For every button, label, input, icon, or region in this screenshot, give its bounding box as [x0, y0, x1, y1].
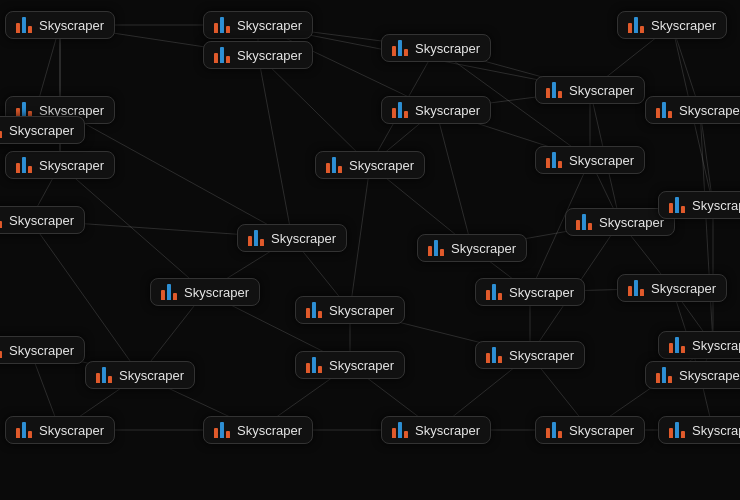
- bar-chart-icon: [306, 357, 324, 373]
- skyscraper-node[interactable]: Skyscraper: [645, 361, 740, 389]
- bar-chart-icon: [392, 40, 410, 56]
- bar-chart-icon: [0, 342, 4, 358]
- node-label: Skyscraper: [39, 18, 104, 33]
- node-label: Skyscraper: [237, 18, 302, 33]
- bar-chart-icon: [0, 122, 4, 138]
- node-label: Skyscraper: [692, 423, 740, 438]
- skyscraper-node[interactable]: Skyscraper: [617, 274, 727, 302]
- bar-chart-icon: [161, 284, 179, 300]
- bar-chart-icon: [546, 152, 564, 168]
- skyscraper-node[interactable]: Skyscraper: [0, 336, 85, 364]
- node-label: Skyscraper: [679, 103, 740, 118]
- node-label: Skyscraper: [692, 338, 740, 353]
- skyscraper-node[interactable]: Skyscraper: [658, 331, 740, 359]
- node-label: Skyscraper: [509, 348, 574, 363]
- skyscraper-node[interactable]: Skyscraper: [5, 151, 115, 179]
- skyscraper-node[interactable]: Skyscraper: [5, 11, 115, 39]
- node-label: Skyscraper: [451, 241, 516, 256]
- bar-chart-icon: [486, 347, 504, 363]
- skyscraper-node[interactable]: Skyscraper: [295, 351, 405, 379]
- bar-chart-icon: [248, 230, 266, 246]
- node-label: Skyscraper: [509, 285, 574, 300]
- bar-chart-icon: [96, 367, 114, 383]
- skyscraper-node[interactable]: Skyscraper: [381, 34, 491, 62]
- bar-chart-icon: [546, 422, 564, 438]
- skyscraper-node[interactable]: Skyscraper: [535, 146, 645, 174]
- node-label: Skyscraper: [679, 368, 740, 383]
- node-label: Skyscraper: [651, 18, 716, 33]
- node-label: Skyscraper: [651, 281, 716, 296]
- bar-chart-icon: [0, 212, 4, 228]
- bar-chart-icon: [656, 367, 674, 383]
- bar-chart-icon: [546, 82, 564, 98]
- skyscraper-node[interactable]: Skyscraper: [203, 41, 313, 69]
- skyscraper-node[interactable]: Skyscraper: [150, 278, 260, 306]
- skyscraper-node[interactable]: Skyscraper: [203, 11, 313, 39]
- bar-chart-icon: [16, 157, 34, 173]
- node-label: Skyscraper: [184, 285, 249, 300]
- node-label: Skyscraper: [39, 423, 104, 438]
- bar-chart-icon: [669, 197, 687, 213]
- skyscraper-node[interactable]: Skyscraper: [237, 224, 347, 252]
- bar-chart-icon: [16, 422, 34, 438]
- node-label: Skyscraper: [329, 358, 394, 373]
- node-label: Skyscraper: [271, 231, 336, 246]
- skyscraper-node[interactable]: Skyscraper: [315, 151, 425, 179]
- node-label: Skyscraper: [9, 343, 74, 358]
- node-label: Skyscraper: [237, 423, 302, 438]
- node-label: Skyscraper: [329, 303, 394, 318]
- node-label: Skyscraper: [599, 215, 664, 230]
- node-label: Skyscraper: [569, 153, 634, 168]
- skyscraper-node[interactable]: Skyscraper: [381, 416, 491, 444]
- bar-chart-icon: [214, 422, 232, 438]
- skyscraper-node[interactable]: Skyscraper: [295, 296, 405, 324]
- node-label: Skyscraper: [119, 368, 184, 383]
- bar-chart-icon: [306, 302, 324, 318]
- bar-chart-icon: [669, 337, 687, 353]
- bar-chart-icon: [326, 157, 344, 173]
- skyscraper-node[interactable]: Skyscraper: [658, 191, 740, 219]
- skyscraper-node[interactable]: Skyscraper: [417, 234, 527, 262]
- skyscraper-node[interactable]: Skyscraper: [617, 11, 727, 39]
- bar-chart-icon: [669, 422, 687, 438]
- bar-chart-icon: [428, 240, 446, 256]
- node-label: Skyscraper: [415, 103, 480, 118]
- node-label: Skyscraper: [237, 48, 302, 63]
- bar-chart-icon: [16, 17, 34, 33]
- node-label: Skyscraper: [9, 123, 74, 138]
- bar-chart-icon: [486, 284, 504, 300]
- node-label: Skyscraper: [349, 158, 414, 173]
- bar-chart-icon: [576, 214, 594, 230]
- node-label: Skyscraper: [415, 41, 480, 56]
- skyscraper-node[interactable]: Skyscraper: [203, 416, 313, 444]
- node-label: Skyscraper: [415, 423, 480, 438]
- skyscraper-node[interactable]: Skyscraper: [535, 76, 645, 104]
- skyscraper-node[interactable]: Skyscraper: [85, 361, 195, 389]
- bar-chart-icon: [214, 17, 232, 33]
- skyscraper-node[interactable]: Skyscraper: [475, 341, 585, 369]
- bar-chart-icon: [628, 17, 646, 33]
- skyscraper-node[interactable]: Skyscraper: [535, 416, 645, 444]
- skyscraper-node[interactable]: Skyscraper: [0, 116, 85, 144]
- bar-chart-icon: [392, 102, 410, 118]
- node-label: Skyscraper: [569, 423, 634, 438]
- skyscraper-node[interactable]: Skyscraper: [5, 416, 115, 444]
- skyscraper-node[interactable]: Skyscraper: [0, 206, 85, 234]
- node-label: Skyscraper: [39, 158, 104, 173]
- node-label: Skyscraper: [692, 198, 740, 213]
- bar-chart-icon: [392, 422, 410, 438]
- skyscraper-node[interactable]: Skyscraper: [381, 96, 491, 124]
- bar-chart-icon: [628, 280, 646, 296]
- skyscraper-node[interactable]: Skyscraper: [645, 96, 740, 124]
- node-label: Skyscraper: [569, 83, 634, 98]
- bar-chart-icon: [214, 47, 232, 63]
- skyscraper-node[interactable]: Skyscraper: [658, 416, 740, 444]
- bar-chart-icon: [656, 102, 674, 118]
- node-label: Skyscraper: [9, 213, 74, 228]
- skyscraper-node[interactable]: Skyscraper: [475, 278, 585, 306]
